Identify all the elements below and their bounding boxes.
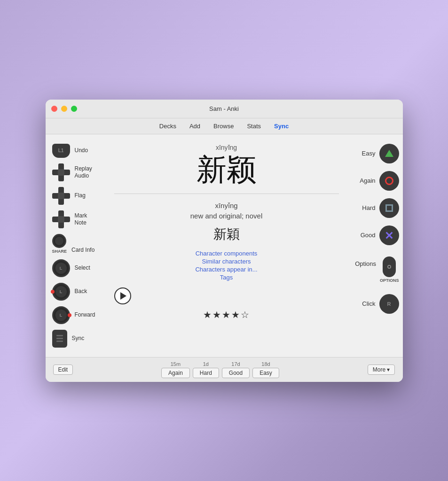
mark-note-label: MarkNote	[75, 212, 87, 226]
menu-decks[interactable]: Decks	[159, 123, 176, 130]
action-again[interactable]: Again	[360, 169, 399, 193]
dpad-mark-icon	[52, 210, 70, 228]
chinese-front: 新颖	[114, 153, 339, 186]
options-label: Options	[355, 260, 376, 267]
shortcut-select[interactable]: L Select	[49, 257, 103, 279]
shortcut-replay-audio[interactable]: ReplayAudio	[49, 162, 103, 183]
hard-time: 1d	[203, 361, 209, 367]
shortcut-back[interactable]: L Back	[49, 281, 103, 303]
menubar: Decks Add Browse Stats Sync	[46, 118, 403, 134]
back-label: Back	[75, 288, 87, 295]
action-click[interactable]: Click R	[362, 292, 399, 316]
pinyin-back: xīnyǐng	[114, 202, 339, 210]
r-button[interactable]: R	[379, 294, 399, 314]
main-content: L1 Undo ReplayAudio F	[46, 134, 403, 357]
again-answer-button[interactable]: Again	[161, 368, 190, 378]
pinyin-front: xīnyǐng	[114, 144, 339, 151]
link-character-components[interactable]: Character components	[196, 250, 258, 257]
easy-answer-button[interactable]: Easy	[252, 368, 279, 378]
titlebar: Sam - Anki	[46, 100, 403, 118]
undo-label: Undo	[75, 147, 88, 154]
easy-group: 18d Easy	[252, 361, 279, 378]
menu-add[interactable]: Add	[189, 123, 200, 130]
again-label: Again	[360, 177, 375, 184]
shortcut-forward[interactable]: L Forward	[49, 304, 103, 326]
again-group: 15m Again	[161, 361, 190, 378]
l1-button-icon: L1	[52, 144, 70, 158]
easy-label: Easy	[362, 150, 376, 157]
close-button[interactable]	[51, 106, 57, 112]
shortcut-flag[interactable]: Flag	[49, 185, 103, 207]
shortcut-undo[interactable]: L1 Undo	[49, 142, 103, 160]
edit-button[interactable]: Edit	[53, 365, 73, 375]
hard-answer-button[interactable]: Hard	[193, 368, 219, 378]
select-label: Select	[75, 264, 90, 271]
window-title: Sam - Anki	[209, 105, 239, 112]
good-label: Good	[361, 232, 376, 239]
shortcut-mark-note[interactable]: MarkNote	[49, 209, 103, 230]
action-easy[interactable]: Easy	[362, 142, 399, 165]
flag-label: Flag	[75, 192, 86, 199]
circle-icon	[385, 177, 393, 185]
dpad-flag-icon	[52, 187, 70, 205]
analog-share-icon	[52, 234, 66, 248]
analog-back-icon: L	[52, 283, 70, 301]
left-panel: L1 Undo ReplayAudio F	[46, 134, 107, 357]
maximize-button[interactable]	[71, 106, 77, 112]
sync-label: Sync	[72, 335, 85, 341]
triangle-icon	[385, 150, 393, 157]
chinese-back: 新穎	[114, 225, 339, 243]
easy-time: 18d	[261, 361, 270, 367]
action-options[interactable]: Options OPTIONS	[355, 255, 399, 285]
options-button[interactable]	[383, 256, 396, 277]
x-icon	[385, 231, 393, 240]
dpad-replay-icon	[52, 163, 70, 181]
replay-audio-label: ReplayAudio	[75, 165, 92, 179]
easy-button[interactable]	[379, 144, 399, 163]
hard-label: Hard	[362, 204, 375, 211]
window-controls	[51, 106, 77, 112]
click-label: Click	[362, 300, 375, 307]
again-button[interactable]	[379, 171, 399, 191]
good-button[interactable]	[379, 225, 399, 245]
share-sublabel: SHARE	[52, 249, 67, 254]
card-info-label: Card Info	[71, 247, 94, 253]
play-icon	[120, 292, 126, 300]
action-hard[interactable]: Hard	[362, 196, 399, 220]
shortcut-card-info[interactable]: SHARE Card Info	[49, 232, 103, 256]
link-similar-characters[interactable]: Similar characters	[202, 258, 251, 265]
shortcut-sync[interactable]: Sync	[49, 328, 103, 349]
answer-buttons: 15m Again 1d Hard 17d Good 18d Easy	[161, 361, 279, 378]
definition: new and original; novel	[114, 212, 339, 220]
more-button[interactable]: More ▾	[368, 365, 395, 375]
card-links: Character components Similar characters …	[114, 250, 339, 281]
analog-select-icon: L	[52, 259, 70, 277]
card-area: xīnyǐng 新颖 xīnyǐng new and original; nov…	[107, 134, 346, 357]
sync-icon	[52, 330, 67, 348]
red-right-indicator	[68, 313, 71, 317]
link-characters-appear[interactable]: Characters appear in...	[195, 266, 257, 273]
bottom-bar: Edit 15m Again 1d Hard 17d Good 18d Easy…	[46, 357, 403, 382]
menu-browse[interactable]: Browse	[213, 123, 234, 130]
link-tags[interactable]: Tags	[220, 274, 233, 281]
forward-label: Forward	[75, 311, 95, 318]
card-back: xīnyǐng new and original; novel 新穎 Chara…	[114, 202, 339, 320]
square-icon	[385, 204, 393, 212]
good-time: 17d	[231, 361, 240, 367]
good-answer-button[interactable]: Good	[222, 368, 250, 378]
right-panel: Easy Again Hard Good	[346, 134, 403, 357]
options-sublabel: OPTIONS	[380, 278, 399, 283]
minimize-button[interactable]	[61, 106, 67, 112]
anki-window: Sam - Anki Decks Add Browse Stats Sync L…	[46, 100, 403, 382]
hard-button[interactable]	[379, 198, 399, 218]
again-time: 15m	[171, 361, 181, 367]
action-good[interactable]: Good	[361, 224, 399, 247]
play-button[interactable]	[114, 287, 131, 304]
red-left-indicator	[51, 290, 55, 294]
menu-sync[interactable]: Sync	[274, 123, 289, 130]
stars-rating: ★★★★☆	[114, 309, 339, 320]
good-group: 17d Good	[222, 361, 250, 378]
menu-stats[interactable]: Stats	[247, 123, 261, 130]
card-front: xīnyǐng 新颖	[114, 144, 339, 194]
hard-group: 1d Hard	[193, 361, 219, 378]
